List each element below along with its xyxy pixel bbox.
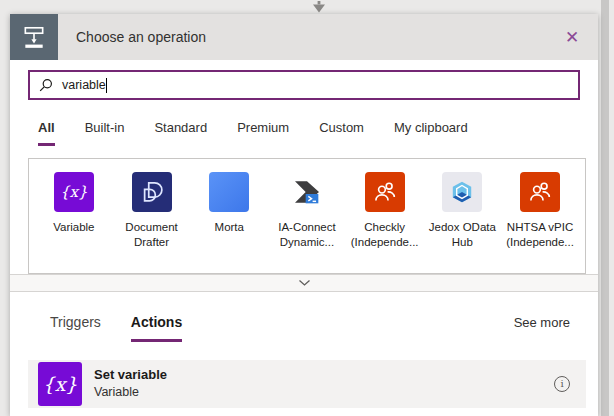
people-icon [365, 172, 405, 212]
connector-label: NHTSA vPIC(Independe... [506, 220, 574, 249]
jedox-cube-icon [442, 172, 482, 212]
see-more-link[interactable]: See more [514, 314, 570, 330]
flow-connector-arrow [310, 0, 328, 13]
search-input[interactable]: variable [28, 70, 580, 100]
connector-tile-document-drafter[interactable]: DocumentDrafter [114, 172, 190, 249]
dialog-header: Choose an operation ✕ [10, 14, 598, 60]
collapse-expander[interactable] [10, 274, 598, 292]
connector-tile-checkly[interactable]: Checkly(Independe... [347, 172, 423, 249]
search-icon [39, 78, 53, 92]
tab-standard[interactable]: Standard [154, 120, 207, 146]
choose-operation-dialog: Choose an operation ✕ variable All Built… [10, 14, 598, 416]
tab-all[interactable]: All [38, 120, 55, 146]
connector-tile-ia-connect[interactable]: IA-ConnectDynamic... [269, 172, 345, 249]
operation-type-icon [10, 14, 58, 60]
connector-label: Jedox ODataHub [429, 220, 496, 249]
dialog-title: Choose an operation [76, 29, 206, 45]
action-row-text: Set variable Variable [94, 367, 167, 400]
arrow-down-icon [310, 1, 328, 14]
connector-tile-morta[interactable]: Morta [191, 172, 267, 235]
connector-label: IA-ConnectDynamic... [278, 220, 336, 249]
connector-tile-jedox[interactable]: Jedox ODataHub [424, 172, 500, 249]
chevron-down-icon [298, 279, 311, 287]
text-cursor [106, 78, 107, 93]
action-row-set-variable[interactable]: {x} Set variable Variable i [28, 360, 586, 408]
variable-icon: {x} [38, 362, 82, 406]
action-subtitle: Variable [94, 384, 167, 400]
tab-premium[interactable]: Premium [237, 120, 289, 146]
tab-actions[interactable]: Actions [131, 314, 182, 342]
connector-label: Morta [215, 220, 244, 235]
people-icon [520, 172, 560, 212]
action-title: Set variable [94, 367, 167, 384]
tab-triggers[interactable]: Triggers [50, 314, 101, 342]
connector-tile-nhtsa-vpic[interactable]: NHTSA vPIC(Independe... [502, 172, 578, 249]
connector-label: Checkly(Independe... [351, 220, 419, 249]
tab-my-clipboard[interactable]: My clipboard [394, 120, 468, 146]
morta-icon [209, 172, 249, 212]
close-button[interactable]: ✕ [560, 25, 584, 49]
document-drafter-icon [132, 172, 172, 212]
variable-icon: {x} [54, 172, 94, 212]
search-value: variable [62, 78, 106, 92]
connector-label: DocumentDrafter [125, 220, 177, 249]
scope-action-icon [21, 24, 47, 50]
ia-connect-icon [287, 172, 327, 212]
category-tabs: All Built-in Standard Premium Custom My … [38, 120, 580, 146]
connector-tile-variable[interactable]: {x} Variable [36, 172, 112, 235]
tab-custom[interactable]: Custom [319, 120, 364, 146]
close-icon: ✕ [565, 27, 579, 48]
page-scrollbar [598, 0, 614, 416]
info-icon[interactable]: i [554, 376, 570, 392]
scrollbar-thumb[interactable] [601, 0, 609, 416]
connector-label: Variable [53, 220, 94, 235]
tab-built-in[interactable]: Built-in [85, 120, 125, 146]
connector-gallery: {x} Variable DocumentDrafter [28, 158, 586, 274]
results-header: Triggers Actions See more [50, 314, 570, 342]
